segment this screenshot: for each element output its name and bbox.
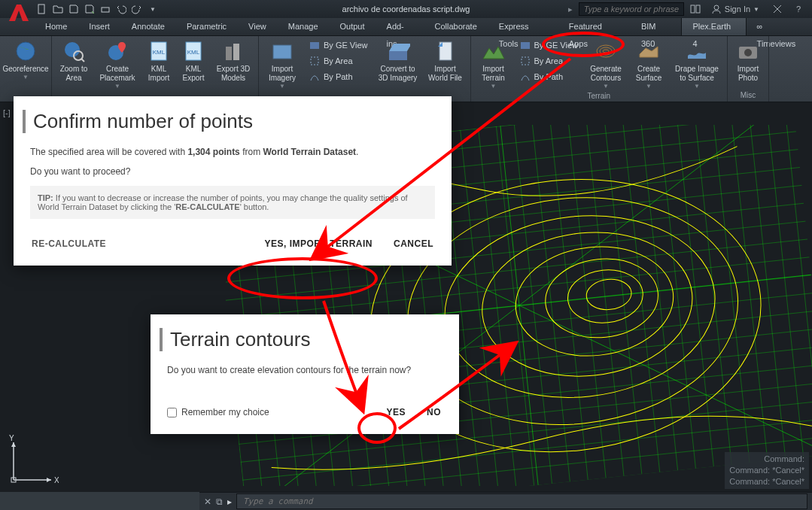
remember-choice-checkbox[interactable]: Remember my choice <box>167 407 269 417</box>
tab-bim360[interactable]: BIM 360 <box>631 18 681 35</box>
svg-rect-2 <box>691 5 695 13</box>
terrain-area-button[interactable]: By Area <box>515 53 583 68</box>
ge-view-icon <box>519 39 531 51</box>
ribbon: Georeference▼ Zoom to Area Create Placem… <box>0 36 812 102</box>
tab-home[interactable]: Home <box>35 18 78 35</box>
contours-icon <box>594 39 618 63</box>
login-icon[interactable] <box>690 4 701 14</box>
panel-label-misc: Misc <box>731 90 765 100</box>
remember-checkbox-input[interactable] <box>167 408 177 417</box>
dialog-title: Confirm number of points <box>23 110 435 133</box>
tab-annotate[interactable]: Annotate <box>121 18 176 35</box>
document-title: archivo de coordenadas script.dwg <box>342 5 470 14</box>
qat-dropdown-icon[interactable]: ▼ <box>145 2 160 16</box>
cmd-prompt-icon: ▸ <box>227 496 232 507</box>
convert3d-icon <box>386 39 410 63</box>
svg-point-25 <box>603 50 609 53</box>
terrain-path-button[interactable]: By Path <box>515 69 583 84</box>
help-search-input[interactable] <box>579 2 684 16</box>
tab-featured[interactable]: Featured Apps <box>558 18 631 35</box>
saveas-icon[interactable] <box>82 2 97 16</box>
ribbon-tabstrip: Home Insert Annotate Parametric View Man… <box>0 18 812 36</box>
export-3d-button[interactable]: Export 3D Models <box>211 38 255 100</box>
tab-output[interactable]: Output <box>330 18 376 35</box>
contours-yes-button[interactable]: YES <box>385 404 407 420</box>
generate-contours-button[interactable]: Generate Contours▼ <box>584 38 628 91</box>
titlebar: ▼ archivo de coordenadas script.dwg ▸ Si… <box>0 0 812 18</box>
command-bar: ✕ ⧉ ▸ <box>199 492 812 510</box>
svg-text:KML: KML <box>187 49 200 56</box>
import-photo-button[interactable]: Import Photo <box>731 38 765 90</box>
buildings-icon <box>221 39 245 63</box>
convert-3d-button[interactable]: Convert to 3D Imagery <box>374 38 422 100</box>
tab-timeviews[interactable]: ∞ Timeviews <box>747 18 812 35</box>
create-placemark-button[interactable]: Create Placemark▼ <box>94 38 141 100</box>
svg-rect-15 <box>273 45 291 59</box>
imagery-path-button[interactable]: By Path <box>304 69 373 84</box>
import-terrain-button[interactable]: Import Terrain▼ <box>474 38 513 91</box>
viewport-controls[interactable]: [-] <box>3 108 11 117</box>
command-history: Command: Command: *Cancel* Command: *Can… <box>725 452 809 489</box>
tab-express[interactable]: Express Tools <box>488 18 558 35</box>
imagery-ge-view-button[interactable]: By GE View <box>304 38 373 53</box>
georeference-button[interactable]: Georeference▼ <box>3 38 48 100</box>
dialog2-title: Terrain contours <box>160 328 442 351</box>
create-surface-button[interactable]: Create Surface▼ <box>629 38 668 91</box>
svg-point-24 <box>600 47 612 55</box>
svg-rect-0 <box>38 5 44 14</box>
quick-access-toolbar: ▼ <box>35 2 160 16</box>
exchange-icon[interactable] <box>770 2 785 16</box>
area-icon <box>309 55 321 67</box>
tab-view[interactable]: View <box>238 18 278 35</box>
tab-manage[interactable]: Manage <box>278 18 330 35</box>
new-icon[interactable] <box>35 2 50 16</box>
recalculate-button[interactable]: RE-CALCULATE <box>30 235 108 252</box>
panel-label-terrain: Terrain <box>474 91 725 101</box>
kml-import-icon: KML <box>147 39 171 63</box>
svg-rect-3 <box>696 5 700 13</box>
plot-icon[interactable] <box>98 2 113 16</box>
import-imagery-button[interactable]: Import Imagery▼ <box>262 38 303 100</box>
zoom-area-button[interactable]: Zoom to Area <box>55 38 93 100</box>
contours-no-button[interactable]: NO <box>425 404 442 420</box>
terrain-contours-dialog: Terrain contours Do you want to create e… <box>151 314 459 434</box>
svg-point-6 <box>65 42 80 57</box>
command-input[interactable] <box>236 493 807 509</box>
svg-point-4 <box>714 5 719 10</box>
svg-rect-1 <box>102 8 109 12</box>
tab-parametric[interactable]: Parametric <box>176 18 238 35</box>
cancel-button[interactable]: CANCEL <box>392 235 435 252</box>
ge-view-icon <box>309 39 321 51</box>
tab-insert[interactable]: Insert <box>78 18 121 35</box>
import-world-button[interactable]: Import World File <box>424 38 467 100</box>
redo-icon[interactable] <box>129 2 144 16</box>
drape-icon <box>685 39 709 63</box>
ucs-icon: X Y <box>6 435 59 487</box>
open-icon[interactable] <box>50 2 65 16</box>
dialog-tip: TIP: If you want to decrease or increase… <box>30 186 435 219</box>
yes-import-button[interactable]: YES, IMPORT TERRAIN <box>263 235 374 252</box>
imagery-area-button[interactable]: By Area <box>304 53 373 68</box>
kml-export-button[interactable]: KMLKML Export <box>177 38 210 100</box>
undo-icon[interactable] <box>114 2 129 16</box>
svg-rect-21 <box>521 42 530 49</box>
tab-collaborate[interactable]: Collaborate <box>424 18 488 35</box>
tab-plexearth[interactable]: Plex.Earth 4 <box>681 18 746 35</box>
signin-label: Sign In <box>725 5 750 14</box>
signin-button[interactable]: Sign In ▼ <box>707 2 764 16</box>
kml-export-icon: KML <box>181 39 205 63</box>
path-icon <box>309 71 321 83</box>
cmd-close-icon[interactable]: ✕ <box>204 496 211 507</box>
cmd-expand-icon[interactable]: ⧉ <box>216 496 223 507</box>
surface-icon <box>637 39 661 63</box>
kml-import-button[interactable]: KMLKML Import <box>142 38 175 100</box>
drape-image-button[interactable]: Drape Image to Surface▼ <box>670 38 724 91</box>
save-icon[interactable] <box>66 2 81 16</box>
terrain-ge-view-button[interactable]: By GE View <box>515 38 583 53</box>
tab-addins[interactable]: Add-ins <box>376 18 424 35</box>
svg-text:X: X <box>54 476 59 484</box>
app-logo[interactable] <box>6 2 30 26</box>
dialog-proceed: Do you want to proceed? <box>30 166 435 177</box>
svg-point-27 <box>744 49 752 56</box>
help-icon[interactable]: ? <box>791 2 806 16</box>
